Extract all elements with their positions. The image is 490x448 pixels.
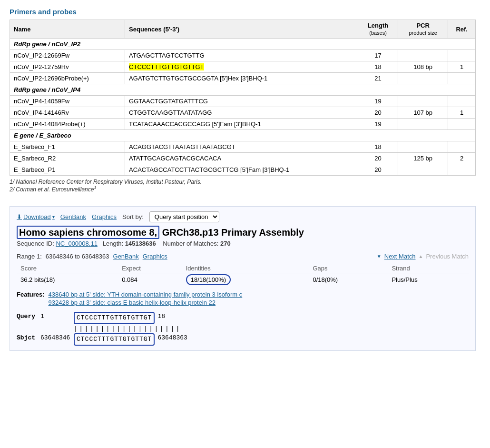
primer-sequence: CTGGTCAAGGTTAATATAGG [125,107,358,119]
query-row: Query 1 CTCCCTTTGTTGTGTTGT 18 [17,312,469,324]
score-value: 36.2 bits(18) [17,273,118,287]
primer-sequence: ACACTAGCCATCCTTACTGCGCTTCG [5']Fam [3']B… [125,164,358,176]
strand-value: Plus/Plus [388,273,469,287]
query-end: 18 [155,312,188,324]
ref-value [448,96,476,107]
score-table: Score Expect Identities Gaps Strand 36.2… [17,264,469,286]
ref-value [448,119,476,130]
col-header-pcr: PCRproduct size [398,20,448,39]
primer-name: nCoV_IP4-14084Probe(+) [10,119,125,130]
genbank-link[interactable]: GenBank [60,213,86,220]
query-start: 1 [40,312,74,324]
primers-table: Name Sequences (5'-3') Length(bases) PCR… [10,20,476,176]
ref-value [448,50,476,61]
ref-value [448,164,476,176]
pcr-size: 108 bp [398,61,448,73]
expect-header: Expect [118,264,182,273]
primer-length: 18 [358,61,398,73]
primers-section: Primers and probes Name Sequences (5'-3'… [10,8,480,193]
ref-value: 1 [448,61,476,73]
range-label: Range 1: [17,253,42,260]
download-link[interactable]: ⬇ Download ▾ [17,213,55,220]
section-title: Primers and probes [10,8,480,16]
graphics-link[interactable]: Graphics [92,213,117,220]
identities-header: Identities [182,264,309,273]
footnote-2: 2/ Corman et al. Eurosurveillance1 [10,185,480,193]
length-label: Length: [103,240,123,247]
seq-id-label: Sequence ID: [17,240,54,247]
feature-link[interactable]: 438640 bp at 5' side: YTH domain-contain… [49,291,243,298]
pcr-size [398,164,448,176]
next-match-triangle-icon: ▼ [377,254,382,259]
identities-value: 18/18(100%) [182,273,309,287]
hit-meta: Sequence ID: NC_000008.11 Length: 145138… [17,240,469,247]
primer-sequence: TCATACAAACCACGCCAGG [5']Fam [3']BHQ-1 [125,119,358,130]
dropdown-arrow-icon: ▾ [52,214,55,219]
table-row: E_Sarbeco_P1ACACTAGCCATCCTTACTGCGCTTCG [… [10,164,476,176]
hit-title: Homo sapiens chromosome 8, GRCh38.p13 Pr… [17,227,469,238]
features-label: Features: [17,291,45,298]
sbjct-seq-wrapper: CTCCCTTTGTTGTGTTGT [74,333,155,346]
pipes-row: |||||||||||||||||||| [17,324,469,334]
primer-name: nCoV_IP2-12759Rv [10,61,125,73]
primer-sequence: CTCCCTTTGTTGTGTTGT [125,61,358,73]
primer-length: 20 [358,164,398,176]
table-row: E_Sarbeco_R2ATATTGCAGCAGTACGCACACA20125 … [10,153,476,164]
range-genbank-link[interactable]: GenBank [113,253,139,260]
table-row: E_Sarbeco_F1ACAGGTACGTTAATAGTTAATAGCGT18 [10,141,476,153]
score-row: 36.2 bits(18) 0.084 18/18(100%) 0/18(0%)… [17,273,469,287]
gaps-header: Gaps [309,264,388,273]
prev-match-link: Previous Match [426,253,469,260]
feature-link[interactable]: 932428 bp at 3' side: class E basic heli… [49,299,243,306]
primer-length: 19 [358,119,398,130]
col-header-length: Length(bases) [358,20,398,39]
sort-by-label: Sort by: [122,213,144,220]
primer-length: 19 [358,96,398,107]
features-row: Features: 438640 bp at 5' side: YTH doma… [17,291,469,306]
pcr-size [398,73,448,84]
col-header-seq: Sequences (5'-3') [125,20,358,39]
table-row: nCoV_IP2-12696bProbe(+)AGATGTCTTGTGCTGCC… [10,73,476,84]
hit-title-boxed: Homo sapiens chromosome 8, [17,226,159,239]
pcr-size: 125 bp [398,153,448,164]
ref-value [448,73,476,84]
primer-sequence: ATATTGCAGCAGTACGCACACA [125,153,358,164]
sbjct-seq: CTCCCTTTGTTGTGTTGT [74,333,155,346]
blast-toolbar: ⬇ Download ▾ GenBank Graphics Sort by: Q… [17,211,469,222]
pcr-size [398,50,448,61]
primer-sequence: GGTAACTGGTATGATTTCG [125,96,358,107]
sbjct-row: Sbjct 63648346 CTCCCTTTGTTGTGTTGT 636483… [17,333,469,346]
primer-sequence: AGATGTCTTGTGCTGCCGGTA [5']Hex [3']BHQ-1 [125,73,358,84]
sbjct-label: Sbjct [17,333,40,346]
primer-sequence: ATGAGCTTAGTCCTGTTG [125,50,358,61]
sort-select[interactable]: Query start positionScoreE valuePercent … [149,211,219,222]
primer-name: nCoV_IP2-12669Fw [10,50,125,61]
strand-header: Strand [388,264,469,273]
download-icon: ⬇ [17,213,22,220]
range-row: Range 1: 63648346 to 63648363 GenBank Gr… [17,253,469,260]
table-row: nCoV_IP4-14146RvCTGGTCAAGGTTAATATAGG2010… [10,107,476,119]
query-seq: CTCCCTTTGTTGTGTTGT [74,312,155,324]
blast-section: ⬇ Download ▾ GenBank Graphics Sort by: Q… [10,206,476,351]
ref-value: 2 [448,153,476,164]
ref-value: 1 [448,107,476,119]
range-left: Range 1: 63648346 to 63648363 GenBank Gr… [17,253,167,260]
range-right: ▼ Next Match ▲ Previous Match [377,253,469,260]
expect-value: 0.084 [118,273,182,287]
sbjct-start: 63648346 [40,333,74,346]
query-seq-wrapper: CTCCCTTTGTTGTGTTGT [74,312,155,324]
score-header: Score [17,264,118,273]
alignment-section: Query 1 CTCCCTTTGTTGTGTTGT 18 ||||||||||… [17,312,469,346]
seq-id-link[interactable]: NC_000008.11 [56,240,97,247]
range-graphics-link[interactable]: Graphics [143,253,167,260]
footnotes: 1/ National Reference Center for Respira… [10,179,480,193]
pcr-size: 107 bp [398,107,448,119]
table-row: nCoV_IP2-12669FwATGAGCTTAGTCCTGTTG17 [10,50,476,61]
primer-length: 17 [358,50,398,61]
primer-name: nCoV_IP4-14146Rv [10,107,125,119]
next-match-link[interactable]: Next Match [384,253,416,260]
primer-length: 18 [358,141,398,153]
primer-sequence: ACAGGTACGTTAATAGTTAATAGCGT [125,141,358,153]
range-text: 63648346 to 63648363 [46,253,109,260]
primer-name: nCoV_IP4-14059Fw [10,96,125,107]
